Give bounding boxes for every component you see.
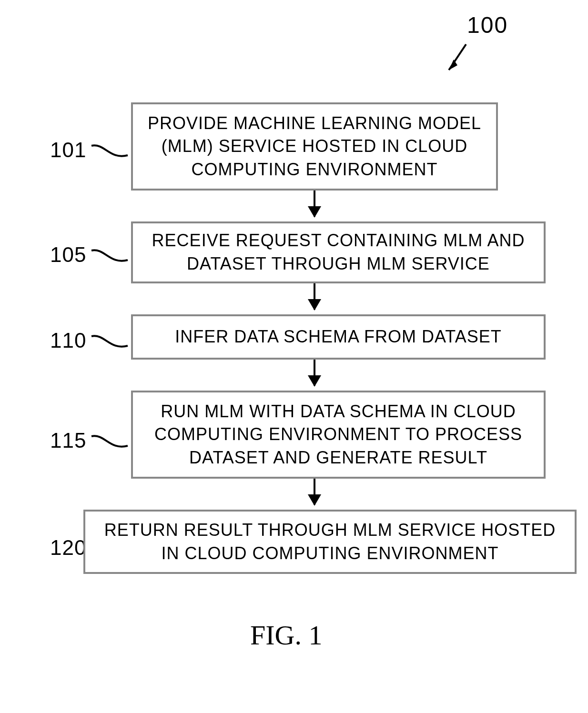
arrow-down-icon [314,479,315,505]
step-box-115: RUN MLM WITH DATA SCHEMA IN CLOUD COMPUT… [131,391,546,479]
step-number-105: 105 [50,243,86,267]
step-text-105: RECEIVE REQUEST CONTAINING MLM AND DATAS… [142,229,534,275]
figure-caption: FIG. 1 [250,619,322,651]
step-box-110: INFER DATA SCHEMA FROM DATASET [131,314,546,360]
step-text-120: RETURN RESULT THROUGH MLM SERVICE HOSTED… [95,519,565,565]
step-number-101: 101 [50,138,86,162]
step-box-105: RECEIVE REQUEST CONTAINING MLM AND DATAS… [131,221,546,283]
step-box-120: RETURN RESULT THROUGH MLM SERVICE HOSTED… [83,510,577,574]
svg-marker-1 [449,60,457,70]
connector-swoosh-icon [91,332,129,351]
connector-swoosh-icon [91,432,129,452]
step-number-120: 120 [50,536,86,560]
figure-reference-number: 100 [467,12,508,38]
arrow-down-icon [314,360,315,386]
connector-swoosh-icon [91,247,129,266]
step-number-115: 115 [50,429,86,452]
pointer-arrow-icon [443,40,472,79]
step-number-110: 110 [50,329,86,352]
connector-swoosh-icon [91,142,129,161]
step-box-101: PROVIDE MACHINE LEARNING MODEL (MLM) SER… [131,102,498,191]
step-text-115: RUN MLM WITH DATA SCHEMA IN CLOUD COMPUT… [142,400,534,470]
flowchart-canvas: 100 101 PROVIDE MACHINE LEARNING MODEL (… [0,0,588,713]
step-text-101: PROVIDE MACHINE LEARNING MODEL (MLM) SER… [142,112,487,181]
arrow-down-icon [314,283,315,310]
step-text-110: INFER DATA SCHEMA FROM DATASET [175,325,501,349]
arrow-down-icon [314,191,315,217]
